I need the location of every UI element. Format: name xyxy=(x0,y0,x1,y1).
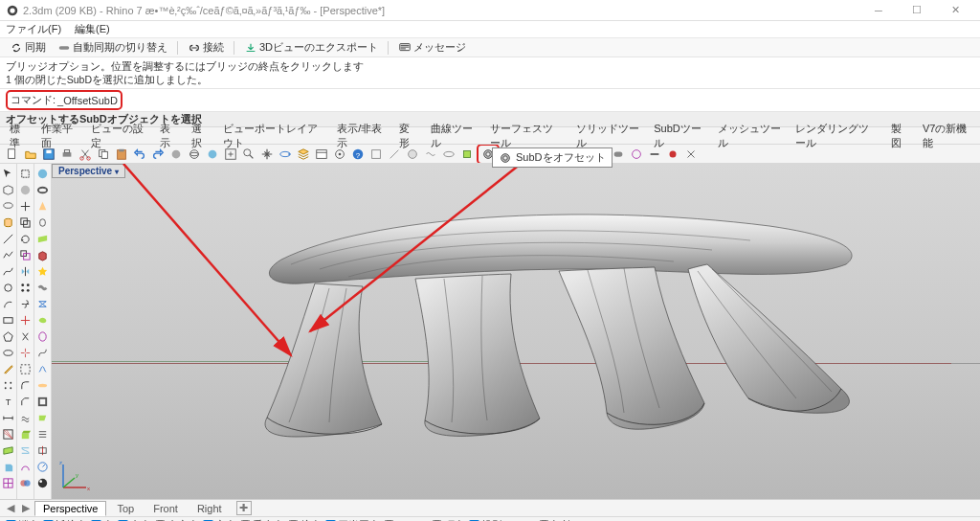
arrow-icon[interactable] xyxy=(1,166,16,181)
fillet-icon[interactable] xyxy=(18,377,33,393)
tool-print[interactable] xyxy=(58,146,76,163)
tool-c[interactable] xyxy=(404,146,421,163)
command-input[interactable] xyxy=(126,95,969,106)
tool-o[interactable] xyxy=(646,146,663,163)
boolean-icon[interactable] xyxy=(18,475,33,490)
tool-zoom[interactable] xyxy=(240,146,257,163)
box-icon[interactable] xyxy=(35,247,51,262)
scale-icon[interactable] xyxy=(18,247,33,262)
viewtab-right[interactable]: Right xyxy=(189,501,231,516)
tool-copy[interactable] xyxy=(95,146,112,163)
tool-save[interactable] xyxy=(40,146,57,163)
autosync-button[interactable]: 自動同期の切り替え xyxy=(54,39,171,57)
menu-file[interactable]: ファイル(F) xyxy=(6,22,61,36)
tool-properties[interactable] xyxy=(313,146,330,163)
tab-draft[interactable]: 製図 xyxy=(885,121,915,151)
loft-icon[interactable] xyxy=(18,442,33,458)
text-icon[interactable]: T xyxy=(1,394,16,409)
tool-p[interactable] xyxy=(664,146,681,163)
menu-edit[interactable]: 編集(E) xyxy=(75,22,110,36)
extrude-icon[interactable] xyxy=(18,426,33,442)
tool-d[interactable] xyxy=(422,146,439,163)
tool-render[interactable] xyxy=(204,146,221,163)
viewport[interactable]: Perspective xyxy=(52,164,980,499)
copy2-icon[interactable] xyxy=(18,215,33,230)
chamfer-icon[interactable] xyxy=(18,394,33,409)
network-icon[interactable] xyxy=(35,296,51,311)
edit-icon[interactable] xyxy=(1,361,16,376)
tool-e[interactable] xyxy=(440,146,457,163)
tool-m[interactable] xyxy=(610,146,627,163)
array-icon[interactable] xyxy=(18,280,33,295)
tool-wireframe[interactable] xyxy=(186,146,203,163)
mirror-icon[interactable] xyxy=(18,263,33,279)
close-button[interactable]: ✕ xyxy=(936,1,974,20)
viewtab-prev[interactable]: ◀ xyxy=(4,502,17,514)
polygon-icon[interactable] xyxy=(1,328,16,344)
tool-f[interactable] xyxy=(458,146,476,163)
mesh-icon[interactable] xyxy=(1,475,16,490)
shell-icon[interactable] xyxy=(35,394,51,409)
revolve-icon[interactable] xyxy=(35,328,51,344)
contour-icon[interactable] xyxy=(35,426,51,442)
arc-icon[interactable] xyxy=(1,296,16,311)
analyze-icon[interactable] xyxy=(35,459,51,474)
tool-zoom-extents[interactable] xyxy=(222,146,239,163)
sync-button[interactable]: 同期 xyxy=(6,39,50,57)
points-icon[interactable] xyxy=(1,377,16,393)
cylinder-icon[interactable] xyxy=(1,215,16,230)
rail-icon[interactable] xyxy=(35,345,51,360)
minimize-button[interactable]: ─ xyxy=(859,1,898,20)
viewtab-front[interactable]: Front xyxy=(145,501,187,516)
torus-icon[interactable] xyxy=(35,182,51,197)
render2-icon[interactable] xyxy=(35,475,51,490)
lasso-icon[interactable] xyxy=(1,198,16,214)
curve-icon[interactable] xyxy=(1,263,16,279)
tool-n[interactable] xyxy=(628,146,645,163)
blend-icon[interactable] xyxy=(35,361,51,376)
tool-undo[interactable] xyxy=(131,146,148,163)
tool-object-props[interactable] xyxy=(331,146,348,163)
command-line[interactable]: コマンド: _OffsetSubD xyxy=(0,89,980,112)
ellipse-icon[interactable] xyxy=(1,345,16,360)
star-icon[interactable] xyxy=(35,263,51,279)
offset-icon[interactable] xyxy=(18,410,33,425)
join-icon[interactable] xyxy=(18,296,33,311)
sphere3-icon[interactable] xyxy=(35,166,51,181)
tool-b[interactable] xyxy=(386,146,403,163)
circle-icon[interactable] xyxy=(1,280,16,295)
rect-icon[interactable] xyxy=(1,312,16,328)
line-icon[interactable] xyxy=(1,231,16,246)
viewtab-top[interactable]: Top xyxy=(108,501,143,516)
unroll-icon[interactable] xyxy=(35,410,51,425)
solid-icon[interactable] xyxy=(1,459,16,474)
viewtab-perspective[interactable]: Perspective xyxy=(34,501,106,516)
tool-cut[interactable] xyxy=(77,146,94,163)
cube-icon[interactable] xyxy=(1,182,16,197)
pipe-icon[interactable] xyxy=(35,280,51,295)
dim-icon[interactable] xyxy=(1,410,16,425)
message-button[interactable]: メッセージ xyxy=(394,39,470,57)
tool-a[interactable] xyxy=(368,146,385,163)
tool-rotate-view[interactable] xyxy=(277,146,294,163)
trim-icon[interactable] xyxy=(18,312,33,328)
sweep-icon[interactable] xyxy=(18,459,33,474)
tab-render[interactable]: レンダリングツール xyxy=(790,121,883,151)
move-icon[interactable] xyxy=(18,198,33,214)
tool-paste[interactable] xyxy=(113,146,130,163)
rotate-icon[interactable] xyxy=(18,231,33,246)
connect-button[interactable]: 接続 xyxy=(184,39,228,57)
section-icon[interactable] xyxy=(35,442,51,458)
select-icon[interactable] xyxy=(18,166,33,181)
explode-icon[interactable] xyxy=(18,345,33,360)
group-icon[interactable] xyxy=(18,361,33,376)
viewport-label[interactable]: Perspective xyxy=(52,164,125,178)
sphere2-icon[interactable] xyxy=(18,182,33,197)
cone-icon[interactable] xyxy=(35,198,51,214)
maximize-button[interactable]: ☐ xyxy=(898,1,936,20)
tool-help[interactable]: ? xyxy=(349,146,367,163)
tab-mesh[interactable]: メッシュツール xyxy=(712,121,788,151)
export3d-button[interactable]: 3Dビューのエクスポート xyxy=(240,39,382,57)
tool-redo[interactable] xyxy=(149,146,167,163)
plane-icon[interactable] xyxy=(35,231,51,246)
